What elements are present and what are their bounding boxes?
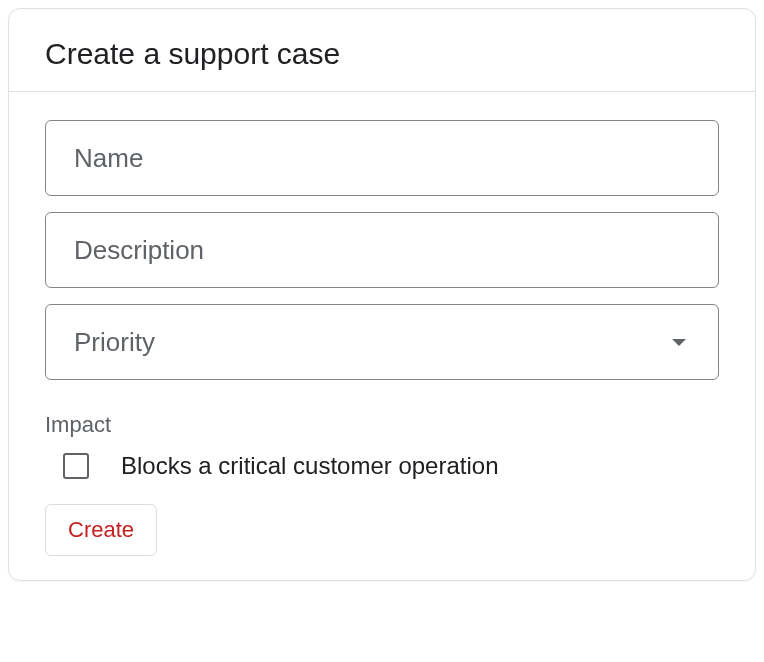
chevron-down-icon	[672, 339, 686, 346]
impact-section-label: Impact	[45, 412, 719, 438]
description-field-label: Description	[74, 235, 690, 266]
impact-checkbox-row: Blocks a critical customer operation	[45, 452, 719, 480]
priority-select-label: Priority	[74, 327, 672, 358]
name-field[interactable]: Name	[45, 120, 719, 196]
impact-checkbox-label: Blocks a critical customer operation	[121, 452, 498, 480]
name-field-label: Name	[74, 143, 690, 174]
description-field[interactable]: Description	[45, 212, 719, 288]
card-body: Name Description Priority Impact Blocks …	[9, 92, 755, 580]
impact-checkbox[interactable]	[63, 453, 89, 479]
page-title: Create a support case	[45, 37, 719, 71]
create-button[interactable]: Create	[45, 504, 157, 556]
priority-select[interactable]: Priority	[45, 304, 719, 380]
card-header: Create a support case	[9, 9, 755, 91]
support-case-card: Create a support case Name Description P…	[8, 8, 756, 581]
